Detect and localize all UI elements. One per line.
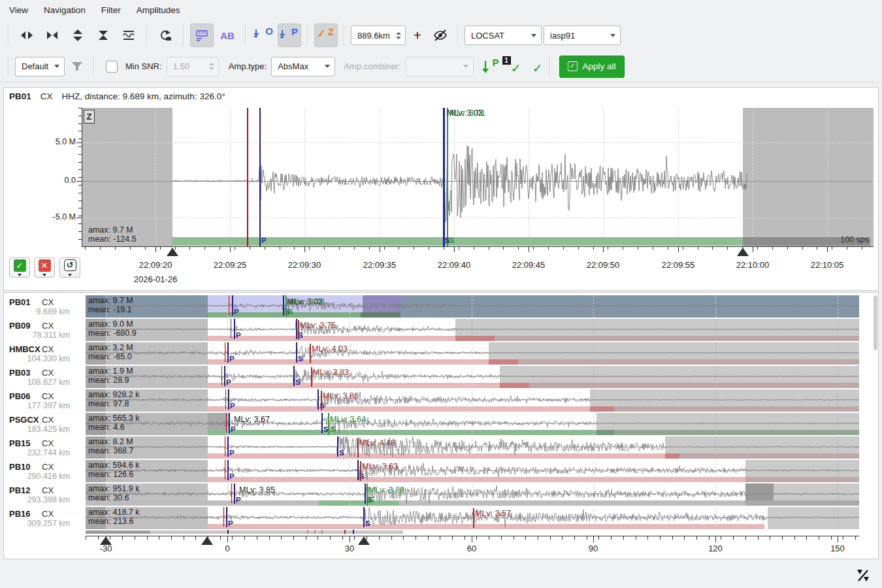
row-network-code: CX [42, 344, 54, 354]
hide-stations-button[interactable] [429, 24, 451, 47]
menu-view[interactable]: View [9, 5, 28, 15]
expand-horizontal-button[interactable] [15, 24, 39, 47]
bottom-axis-marker-icon[interactable] [100, 536, 112, 545]
row-amplitude-line [321, 391, 322, 410]
bottom-axis-tick [636, 536, 636, 540]
row-magnitude-label: MLv: 3.75 [300, 321, 336, 330]
row-magnitude-label: MLv: 3.63 [362, 462, 398, 471]
eye-off-icon [433, 27, 448, 43]
chevron-down-icon [463, 65, 468, 68]
trace-waveform[interactable] [82, 108, 874, 246]
y-axis-tick [78, 201, 82, 201]
amplitude-scale-toggle-icon[interactable] [855, 568, 871, 583]
bottom-axis-tick [562, 536, 563, 540]
restore-pick-button[interactable]: ↺ [59, 257, 80, 278]
window-marker-icon[interactable] [737, 248, 749, 256]
row-station-code: PB15 [9, 438, 31, 448]
velocity-model-select[interactable]: iasp91 [544, 25, 621, 45]
bottom-axis-tick [354, 536, 355, 540]
bottom-axis-tick [794, 536, 795, 540]
min-snr-spinbox[interactable]: 1.50 [167, 57, 219, 76]
min-snr-checkbox[interactable] [106, 61, 118, 73]
expand-vertical-button[interactable] [66, 24, 90, 47]
row-s-pick-label: S [339, 449, 344, 457]
menu-bar: View Navigation Filter Amplitudes [0, 0, 882, 20]
bottom-axis-tick [440, 536, 440, 540]
row-amplitude-line [298, 320, 299, 340]
row-magnitude-label: MLv: 3.67 [234, 415, 270, 424]
bottom-axis-tick [220, 536, 221, 540]
restore-view-button[interactable] [154, 24, 177, 47]
row-magnitude-label: MLv: 3.86 [323, 391, 359, 400]
y-axis-tick [78, 185, 82, 186]
bottom-axis-tick [538, 536, 538, 540]
row-origin-line [225, 389, 226, 409]
toolbar-separator [549, 56, 551, 77]
amp-type-value: AbsMax [278, 61, 308, 71]
p-icon: P [291, 26, 298, 37]
menu-amplitudes[interactable]: Amplitudes [137, 5, 180, 15]
row-amp-window [489, 359, 518, 365]
row-s-pick-line [318, 389, 319, 410]
time-tick-label: 22:10:05 [804, 260, 850, 270]
apply-all-button[interactable]: ✓ Apply all [559, 56, 625, 78]
window-marker-icon[interactable] [167, 248, 178, 256]
spinbox-arrows-icon [209, 63, 214, 70]
x-axis-tick [130, 247, 131, 250]
confirm-new-amplitudes-button[interactable]: ✓ 1 [502, 57, 522, 76]
show-picks-button[interactable]: P [278, 24, 301, 47]
x-axis-tick [757, 247, 758, 250]
filter-button[interactable] [67, 55, 88, 78]
bottom-axis-tick [819, 536, 819, 540]
bottom-axis-tick [318, 536, 318, 540]
dropdown-arrow-icon [68, 274, 72, 276]
rows-scrollbar[interactable] [874, 295, 877, 350]
pick-polarity-button[interactable]: AB [216, 24, 239, 47]
menu-navigation[interactable]: Navigation [44, 5, 86, 15]
x-axis-tick-major [454, 247, 455, 252]
confirm-amplitudes-button[interactable]: ✓ [524, 57, 544, 76]
show-theoretical-arrivals-button[interactable]: O [252, 24, 276, 47]
distance-spinbox[interactable]: 889.6km [351, 25, 406, 45]
x-axis-tick [339, 247, 340, 250]
row-distance: 177.397 km [0, 401, 70, 410]
ab-icon: AB [220, 30, 235, 41]
spinbox-arrows-icon[interactable] [396, 32, 401, 39]
row-p-pick-line [226, 507, 227, 527]
bottom-axis-tick [428, 536, 429, 540]
bottom-axis-marker-icon[interactable] [358, 536, 370, 545]
x-axis-tick [459, 247, 459, 250]
checkbox-checked-icon: ✓ [568, 61, 578, 71]
y-axis-tick [78, 154, 82, 155]
row-amp-window [590, 406, 614, 412]
trace-station: PB01 [9, 91, 31, 101]
row-amax: amax: 9.7 M [88, 296, 133, 305]
add-station-button[interactable]: + [408, 24, 427, 47]
menu-filter[interactable]: Filter [101, 5, 121, 15]
normalize-amplitudes-button[interactable] [117, 24, 140, 47]
collapse-vertical-button[interactable] [91, 24, 115, 47]
pick-amplitudes-button[interactable]: P [482, 57, 500, 76]
toggle-record-borders-button[interactable] [190, 24, 214, 47]
checkmark-icon: ✓ [532, 61, 543, 76]
amp-type-select[interactable]: AbsMax [271, 57, 335, 76]
reject-pick-button[interactable]: ✕ [34, 257, 55, 278]
checkmark-icon: ✓ [511, 61, 521, 76]
component-z-button[interactable]: Z [314, 24, 338, 47]
x-axis-tick [832, 247, 832, 250]
bottom-axis-tick [330, 536, 331, 540]
bottom-axis-tick [598, 536, 599, 540]
bottom-axis-label: 90 [574, 544, 613, 553]
bottom-axis-marker-icon[interactable] [201, 536, 213, 545]
accept-pick-button[interactable]: ✓ [9, 257, 30, 278]
row-amax: amax: 3.2 M [88, 343, 133, 352]
restore-icon: ↺ [64, 259, 76, 271]
row-amax: amax: 594.6 k [88, 461, 140, 470]
bottom-axis-tick [476, 536, 477, 540]
row-amp-window [596, 430, 614, 435]
distance-value: 889.6km [357, 31, 390, 41]
time-tick-label: 22:09:30 [282, 260, 327, 270]
filter-profile-select[interactable]: Default [15, 57, 65, 76]
locator-select[interactable]: LOCSAT [465, 25, 542, 45]
collapse-horizontal-button[interactable] [41, 24, 64, 47]
